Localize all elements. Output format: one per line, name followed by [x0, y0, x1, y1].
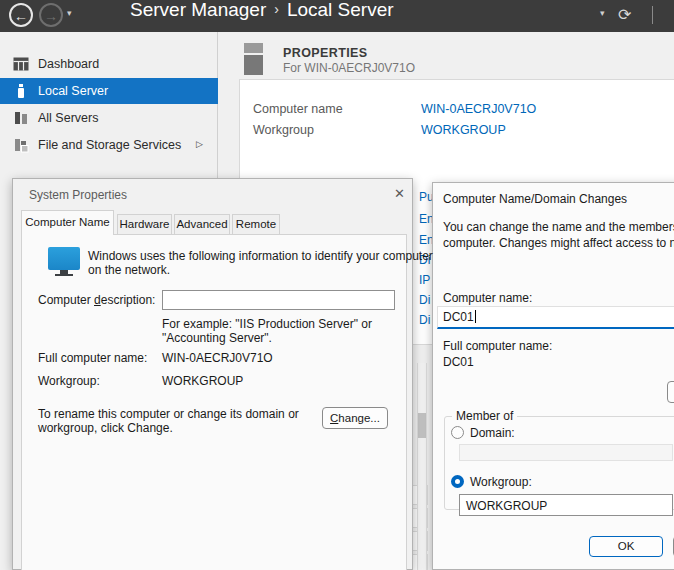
clipped-link-fragment[interactable]: Di: [419, 313, 433, 327]
more-button[interactable]: [667, 381, 674, 403]
workgroup-label: Workgroup:: [38, 374, 100, 388]
sidebar-item-dashboard[interactable]: Dashboard: [0, 51, 218, 77]
file-storage-services-icon: [13, 137, 29, 153]
tab-advanced[interactable]: Advanced: [174, 214, 230, 235]
dialog-title: System Properties: [29, 188, 127, 202]
workgroup-value: WORKGROUP: [466, 499, 547, 513]
computer-name-value: DC01: [443, 310, 474, 324]
workgroup-input[interactable]: WORKGROUP: [459, 494, 673, 516]
forward-icon[interactable]: →: [39, 3, 63, 27]
property-label: Computer name: [253, 102, 343, 116]
dashboard-icon: [13, 56, 29, 72]
all-servers-icon: [13, 110, 29, 126]
domain-changes-dialog: Computer Name/Domain Changes You can cha…: [432, 182, 674, 570]
titlebar-separator: [652, 6, 653, 24]
intro-text-line1: Windows uses the following information t…: [88, 249, 433, 263]
breadcrumb-server-manager[interactable]: Server Manager: [130, 0, 266, 20]
computer-name-input[interactable]: DC01: [437, 306, 674, 329]
close-icon[interactable]: ✕: [394, 186, 405, 201]
workgroup-radio[interactable]: [451, 475, 464, 488]
clipped-link-fragment[interactable]: En: [419, 233, 433, 247]
screen: ← → ▾ Server Manager›Local Server ▾ ⟳ Da…: [0, 0, 674, 570]
tab-label: Hardware: [120, 218, 170, 230]
sidebar-item-label: File and Storage Services: [38, 138, 181, 152]
intro-text-line2: on the network.: [88, 263, 170, 277]
clipped-link-fragment[interactable]: Pu: [419, 190, 433, 204]
workgroup-radio-label[interactable]: Workgroup:: [470, 475, 532, 489]
example-text-line1: For example: "IIS Production Server" or: [162, 317, 372, 331]
domain-radio-label[interactable]: Domain:: [470, 426, 515, 440]
tab-label: Computer Name: [25, 216, 109, 228]
body-text-line2: computer. Changes might affect access to…: [443, 236, 674, 250]
sidebar-item-label: Dashboard: [38, 57, 99, 71]
dialog-title: Computer Name/Domain Changes: [443, 192, 627, 206]
breadcrumb-arrow-icon: ›: [266, 1, 287, 17]
tab-label: Remote: [236, 218, 276, 230]
body-text-line1: You can change the name and the membersh…: [443, 220, 674, 234]
properties-subheading: For WIN-0AECRJ0V71O: [283, 61, 415, 75]
server-tower-icon: [244, 43, 263, 75]
system-properties-dialog: System Properties ✕ Computer Name Hardwa…: [12, 178, 413, 570]
properties-heading: PROPERTIES: [283, 46, 368, 60]
sidebar-item-file-storage-services[interactable]: File and Storage Services ▷: [0, 132, 218, 158]
sidebar-item-all-servers[interactable]: All Servers: [0, 105, 218, 131]
monitor-icon: [48, 247, 80, 270]
computer-description-input[interactable]: [162, 290, 395, 310]
full-computer-name-label: Full computer name:: [443, 339, 552, 353]
sidebar-item-label: All Servers: [38, 111, 98, 125]
change-button[interactable]: Change...: [322, 407, 388, 429]
monitor-icon-base: [55, 274, 73, 276]
clipped-link-fragment[interactable]: En: [419, 212, 433, 226]
example-text-line2: "Accounting Server".: [162, 331, 272, 345]
scrollbar-thumb[interactable]: [418, 413, 426, 438]
breadcrumb: Server Manager›Local Server: [130, 0, 394, 21]
text-cursor: [475, 310, 476, 323]
tab-remote[interactable]: Remote: [232, 214, 280, 235]
ok-button-label: OK: [618, 540, 635, 552]
clipped-link-fragment[interactable]: IP: [419, 273, 433, 287]
computer-name-tab-panel: Windows uses the following information t…: [21, 234, 407, 570]
nav-caret-down-icon[interactable]: ▾: [67, 8, 72, 18]
back-icon[interactable]: ←: [9, 3, 33, 27]
clipped-link-fragment[interactable]: Di: [419, 293, 433, 307]
background-scrollbar[interactable]: [417, 363, 427, 570]
workgroup-value: WORKGROUP: [162, 374, 243, 388]
local-server-icon: [13, 83, 29, 99]
sidebar-item-label: Local Server: [38, 84, 108, 98]
workgroup-link[interactable]: WORKGROUP: [421, 123, 506, 137]
property-label: Workgroup: [253, 123, 314, 137]
sidebar-item-local-server[interactable]: Local Server: [0, 78, 218, 104]
rename-text-line2: workgroup, click Change.: [38, 421, 173, 435]
full-computer-name-value: DC01: [443, 355, 474, 369]
full-computer-name-value: WIN-0AECRJ0V71O: [162, 351, 273, 365]
expander-icon[interactable]: ▷: [196, 139, 203, 149]
computer-description-label: Computer description:: [38, 293, 155, 307]
tab-computer-name[interactable]: Computer Name: [21, 210, 114, 235]
refresh-icon[interactable]: ⟳: [618, 5, 631, 24]
breadcrumb-local-server[interactable]: Local Server: [287, 0, 394, 20]
domain-input[interactable]: [459, 444, 673, 461]
domain-radio[interactable]: [451, 426, 464, 439]
member-of-label: Member of: [452, 409, 517, 423]
full-computer-name-label: Full computer name:: [38, 351, 147, 365]
ok-button[interactable]: OK: [589, 536, 663, 557]
titlebar: ← → ▾ Server Manager›Local Server ▾ ⟳: [0, 0, 674, 32]
tab-label: Advanced: [176, 218, 227, 230]
computer-name-label: Computer name:: [443, 291, 532, 305]
tab-hardware[interactable]: Hardware: [117, 214, 172, 235]
computer-name-link[interactable]: WIN-0AECRJ0V71O: [421, 102, 536, 116]
rename-text-line1: To rename this computer or change its do…: [38, 407, 299, 421]
toolbar-caret-down-icon[interactable]: ▾: [600, 8, 605, 18]
